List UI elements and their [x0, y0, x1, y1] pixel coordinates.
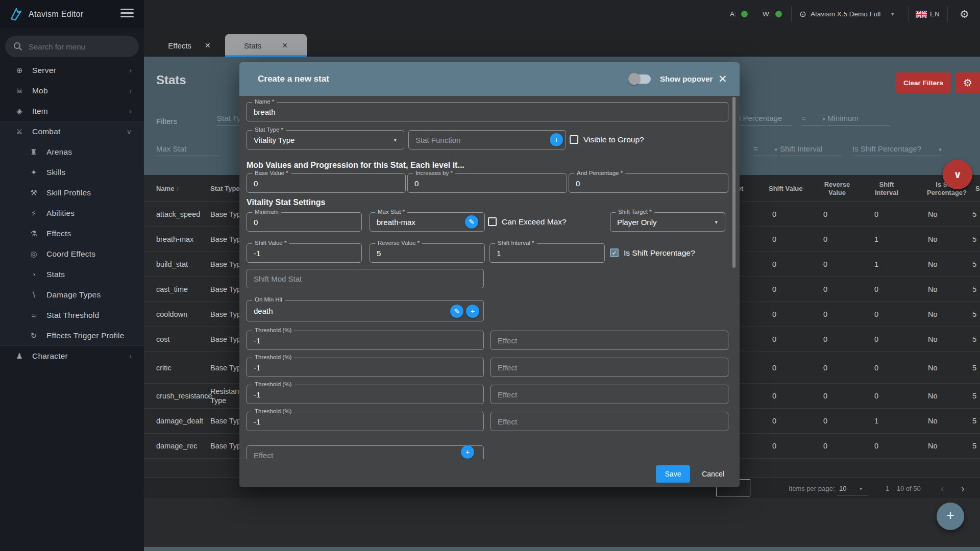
settings-gear-icon[interactable]: ⚙	[960, 0, 969, 28]
sidebar-item-skills[interactable]: ✦ Skills	[0, 162, 144, 183]
next-page-button[interactable]: ›	[961, 478, 965, 498]
search-placeholder: Search for menu	[29, 42, 85, 51]
edit-on-min-hit-pencil-icon[interactable]: ✎	[450, 305, 463, 318]
threshold-effect-field[interactable]: Effect	[491, 358, 728, 377]
sidebar-item-stats[interactable]: ◔ Stats	[0, 264, 144, 285]
reverse-value-field[interactable]: Reverse Value * 5	[370, 243, 485, 263]
clear-filters-button[interactable]: Clear Filters	[896, 72, 951, 93]
shift-target-dropdown[interactable]: Shift Target * Player Only ▾	[610, 212, 725, 232]
column-header-name[interactable]: Name ↑	[156, 185, 180, 193]
sidebar-item-arenas[interactable]: ♜ Arenas	[0, 142, 144, 162]
hamburger-menu-icon[interactable]	[120, 9, 134, 19]
sidebar-item-abilities[interactable]: ⚡ Abilities	[0, 203, 144, 223]
sidebar-item-coord-effects[interactable]: ◎ Coord Effects	[0, 244, 144, 264]
shift-value-field[interactable]: Shift Value * -1	[247, 243, 362, 263]
threshold-field[interactable]: Threshold (%) -1	[247, 385, 484, 404]
column-header-reverse-value[interactable]: Reverse Value	[817, 181, 857, 197]
tab-effects[interactable]: Effects ✕	[156, 34, 223, 57]
cell-shift-interval: 0	[874, 442, 878, 450]
threshold-waves-icon: ≈	[28, 311, 40, 320]
sidebar-item-effects-trigger-profile[interactable]: ↻ Effects Trigger Profile	[0, 325, 144, 346]
create-stat-dialog: Create a new stat Show popover ✕ Name * …	[239, 62, 740, 487]
scroll-down-chevron-button[interactable]: ∨	[943, 160, 972, 189]
on-min-hit-field[interactable]: On Min Hit death ✎ +	[247, 300, 484, 321]
close-icon[interactable]: ✕	[282, 41, 288, 49]
close-icon[interactable]: ✕	[718, 73, 727, 85]
filter-shift-interval[interactable]: Shift Interval	[780, 144, 843, 156]
sidebar-item-damage-types[interactable]: ∖ Damage Types	[0, 285, 144, 305]
threshold-effect-field[interactable]: Effect	[491, 331, 728, 350]
column-header-shift-interval[interactable]: Shift Interval	[869, 181, 904, 197]
chevron-down-icon: ▾	[394, 137, 397, 143]
sidebar-item-server[interactable]: ⊕ Server ›	[0, 60, 144, 81]
chevron-down-icon: ▾	[822, 116, 825, 122]
sidebar-item-combat[interactable]: ⚔ Combat ∨	[0, 121, 144, 142]
cancel-button[interactable]: Cancel	[697, 465, 729, 483]
filter-minimum[interactable]: Minimum	[827, 114, 890, 126]
column-header-stat-type[interactable]: Stat Type	[210, 185, 240, 193]
threshold-field[interactable]: Threshold (%) -1	[247, 358, 484, 377]
sidebar-menu: ⊕ Server › ☠ Mob › ◈ Item › ⚔	[0, 60, 144, 366]
add-on-min-hit-button[interactable]: +	[466, 305, 479, 318]
and-percentage-field[interactable]: And Percentage * 0	[569, 173, 728, 193]
cell-is-shift-percentage: No	[928, 364, 938, 372]
sidebar-item-effects[interactable]: ⚗ Effects	[0, 223, 144, 244]
filter-is-shift-percentage-dropdown[interactable]: Is Shift Percentage?▾	[852, 144, 942, 156]
show-popover-toggle[interactable]	[629, 74, 651, 84]
filter-max-stat[interactable]: Max Stat	[156, 144, 219, 156]
sidebar-item-item[interactable]: ◈ Item ›	[0, 101, 144, 121]
edit-max-stat-pencil-icon[interactable]: ✎	[465, 215, 478, 229]
is-shift-percentage-checkbox[interactable]: ✓	[610, 248, 619, 257]
stat-function-field[interactable]: Stat Function +	[408, 130, 566, 149]
add-stat-fab-button[interactable]: +	[937, 503, 964, 530]
save-button[interactable]: Save	[656, 465, 690, 483]
chevron-right-icon: ›	[129, 352, 132, 360]
chevron-down-icon[interactable]: ▾	[891, 0, 894, 28]
effect-field-partial[interactable]: Effect +	[247, 445, 484, 459]
column-header-shift-value[interactable]: Shift Value	[769, 185, 820, 193]
cell-reverse-value: 0	[823, 260, 827, 268]
shift-mod-stat-field[interactable]: Shift Mod Stat	[247, 269, 484, 288]
cell-shift-interval: 0	[874, 335, 878, 343]
tab-stats[interactable]: Stats ✕	[225, 34, 307, 57]
threshold-effect-field[interactable]: Effect	[491, 385, 728, 404]
base-value-field[interactable]: Base Value * 0	[247, 173, 406, 193]
chevron-down-icon[interactable]: ▾	[860, 478, 862, 498]
max-stat-field[interactable]: Max Stat * breath-max ✎	[370, 212, 485, 232]
filter-operator-dropdown[interactable]: =▾	[801, 114, 825, 126]
sidebar-item-character[interactable]: ♟ Character ›	[0, 346, 144, 366]
sidebar-item-label: Item	[32, 107, 48, 116]
filter-and-percentage[interactable]: d Percentage	[737, 114, 792, 126]
cell-name: cost	[156, 335, 170, 343]
search-icon	[13, 42, 22, 51]
sidebar-item-stat-threshold[interactable]: ≈ Stat Threshold	[0, 305, 144, 325]
language-label[interactable]: EN	[930, 0, 940, 28]
threshold-effect-field[interactable]: Effect	[491, 412, 728, 431]
dialog-scrollbar[interactable]	[732, 97, 736, 458]
search-input[interactable]: Search for menu	[5, 36, 139, 57]
stat-type-dropdown[interactable]: Stat Type * Vitality Type ▾	[247, 130, 404, 149]
add-stat-function-button[interactable]: +	[550, 133, 563, 146]
can-exceed-max-checkbox[interactable]	[488, 217, 497, 226]
table-gear-icon[interactable]: ⚙	[955, 72, 980, 93]
add-effect-button[interactable]: +	[461, 445, 474, 459]
filter-operator-dropdown[interactable]: =▾	[753, 144, 777, 156]
sidebar-item-skill-profiles[interactable]: ⚒ Skill Profiles	[0, 183, 144, 203]
threshold-field[interactable]: Threshold (%) -1	[247, 331, 484, 350]
sidebar-item-mob[interactable]: ☠ Mob ›	[0, 81, 144, 101]
sidebar-item-label: Stat Threshold	[46, 311, 99, 320]
close-icon[interactable]: ✕	[205, 41, 211, 49]
name-field[interactable]: Name * breath	[247, 102, 728, 121]
threshold-field[interactable]: Threshold (%) -1	[247, 412, 484, 431]
visible-to-group-checkbox[interactable]	[570, 135, 578, 144]
sidebar-item-label: Skills	[46, 168, 65, 177]
increases-by-field[interactable]: Increases by * 0	[407, 173, 567, 193]
previous-page-button[interactable]: ‹	[941, 478, 944, 498]
minimum-field[interactable]: Minimum 0	[247, 212, 362, 232]
shift-interval-field[interactable]: Shift Interval * 1	[489, 243, 605, 263]
scrollbar-thumb[interactable]	[732, 97, 736, 268]
profile-name[interactable]: Atavism X.5 Demo Full	[811, 0, 880, 28]
cell-partial: 5	[972, 235, 976, 243]
column-header-partial[interactable]: S	[975, 185, 980, 193]
items-per-page-value[interactable]: 10	[839, 478, 846, 498]
